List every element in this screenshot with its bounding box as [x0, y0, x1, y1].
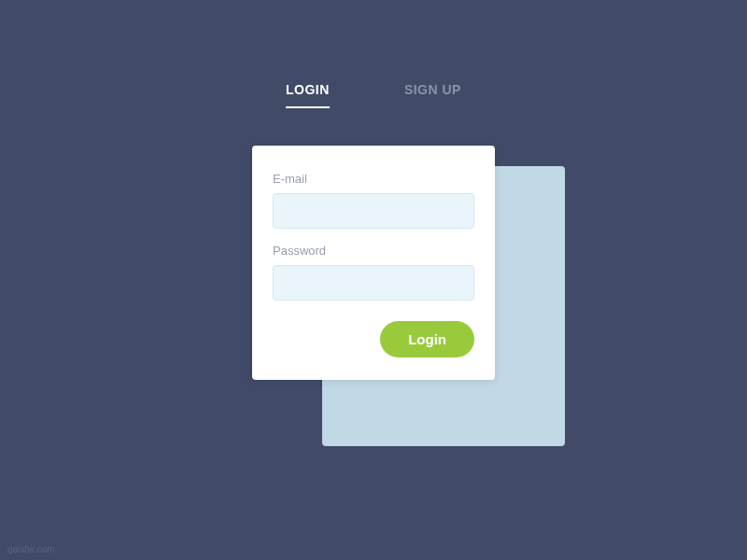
password-label: Password — [273, 244, 474, 258]
email-group: E-mail — [273, 172, 474, 229]
password-field[interactable] — [273, 265, 474, 301]
card-stack: E-mail Password Login — [252, 146, 495, 380]
tab-signup[interactable]: SIGN UP — [404, 82, 461, 108]
password-group: Password — [273, 244, 474, 301]
footer-credit: galshir.com — [7, 544, 55, 554]
login-card: E-mail Password Login — [252, 146, 495, 380]
email-label: E-mail — [273, 172, 474, 186]
email-field[interactable] — [273, 193, 474, 229]
auth-tabs: LOGIN SIGN UP — [0, 0, 747, 108]
login-button[interactable]: Login — [380, 321, 474, 357]
button-row: Login — [273, 321, 474, 357]
tab-login[interactable]: LOGIN — [286, 82, 330, 108]
